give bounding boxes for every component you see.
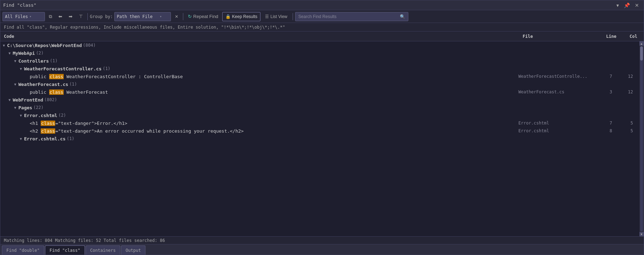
- file-label: WeatherForecast.cs: [18, 82, 68, 87]
- search-input[interactable]: [298, 14, 398, 19]
- search-box[interactable]: 🔍: [295, 12, 408, 21]
- item-count: (1): [103, 66, 110, 71]
- tree-node[interactable]: ▼Controllers (1): [0, 57, 639, 65]
- result-row[interactable]: <h1 class="text-danger">Error.</h1>Error…: [0, 119, 639, 127]
- window-title: Find "class": [3, 2, 36, 8]
- col-file-header: File: [523, 34, 600, 39]
- tab-containers[interactable]: Containers: [86, 245, 120, 255]
- new-window-btn[interactable]: ⧉: [46, 12, 54, 21]
- item-count: (2): [58, 113, 66, 118]
- description-bar: Find all "class", Regular expressions, I…: [0, 23, 644, 31]
- result-line: 7: [596, 121, 616, 126]
- find-results-window: Find "class" ▾ 📌 ✕ All Files ▾ ⧉ ⬅ ➡ ⊤ G…: [0, 0, 644, 255]
- folder-label: MyWebApi: [13, 51, 35, 56]
- result-line: 8: [596, 128, 616, 133]
- expand-icon: ▼: [7, 51, 12, 55]
- results-list[interactable]: ▼C:\Source\Repos\WebFrontEnd (804)▼MyWeb…: [0, 41, 639, 236]
- result-file: WeatherForecast.cs: [518, 89, 596, 94]
- scope-chevron-icon: ▾: [29, 15, 31, 18]
- item-count: (802): [44, 97, 57, 102]
- group-by-value: Path then File: [117, 14, 153, 19]
- expand-all-btn[interactable]: ➡: [66, 12, 75, 21]
- result-file: Error.cshtml: [518, 128, 596, 133]
- list-view-btn[interactable]: ☰ List View: [262, 12, 291, 21]
- tab-find-class[interactable]: Find "class": [45, 245, 85, 255]
- result-col: 12: [616, 74, 635, 79]
- collapse-icon: ⬅: [58, 14, 62, 19]
- result-row[interactable]: public class WeatherForecastController :…: [0, 73, 639, 80]
- item-count: (22): [33, 105, 44, 110]
- description-text: Find all "class", Regular expressions, I…: [4, 25, 285, 30]
- col-col-header: Col: [620, 34, 639, 39]
- vertical-scrollbar[interactable]: ▲ ▼: [639, 41, 644, 236]
- folder-label: Controllers: [18, 58, 49, 64]
- result-col: 5: [616, 121, 635, 126]
- title-bar-controls: ▾ 📌 ✕: [615, 2, 641, 9]
- result-row[interactable]: public class WeatherForecastWeatherForec…: [0, 88, 639, 96]
- status-bar: Matching lines: 804 Matching files: 52 T…: [0, 236, 644, 244]
- item-count: (1): [69, 82, 77, 87]
- tree-node[interactable]: ▼WeatherForecastController.cs (1): [0, 65, 639, 73]
- tab-find-double[interactable]: Find "double": [2, 245, 44, 255]
- keep-results-label: Keep Results: [232, 14, 257, 19]
- list-view-icon: ☰: [265, 14, 269, 19]
- pin-btn[interactable]: 📌: [622, 2, 632, 9]
- tree-node[interactable]: ▼WebFrontEnd (802): [0, 96, 639, 104]
- keep-results-btn[interactable]: 🔒 Keep Results: [222, 12, 260, 21]
- close-btn[interactable]: ✕: [633, 2, 641, 9]
- separator-3: [293, 13, 293, 20]
- folder-label: Pages: [18, 105, 32, 110]
- expand-icon: ▼: [19, 114, 23, 117]
- status-text: Matching lines: 804 Matching files: 52 T…: [4, 238, 165, 243]
- lock-icon: 🔒: [225, 14, 231, 19]
- code-text: public class WeatherForecast: [30, 89, 108, 95]
- expand-icon: ▼: [19, 67, 23, 71]
- scope-label: All Files: [5, 14, 28, 19]
- item-count: (1): [67, 136, 74, 141]
- col-line-header: Line: [600, 34, 620, 39]
- separator-1: [87, 13, 88, 20]
- tree-node[interactable]: ▼C:\Source\Repos\WebFrontEnd (804): [0, 41, 639, 49]
- scope-dropdown[interactable]: All Files ▾: [2, 12, 45, 21]
- toolbar: All Files ▾ ⧉ ⬅ ➡ ⊤ Group by: Path then …: [0, 10, 644, 23]
- scroll-down-arrow[interactable]: ▼: [639, 232, 644, 236]
- item-count: (804): [83, 43, 96, 48]
- separator-2: [183, 13, 183, 20]
- scroll-thumb[interactable]: [640, 46, 643, 60]
- clear-icon: ✕: [175, 14, 178, 19]
- file-label: Error.cshtml: [24, 113, 57, 118]
- group-by-dropdown[interactable]: Path then File ▾: [114, 12, 171, 21]
- expand-icon: ▼: [7, 98, 12, 102]
- expand-icon: ▼: [2, 44, 6, 47]
- tree-node[interactable]: ▼WeatherForecast.cs (1): [0, 80, 639, 88]
- tree-node[interactable]: ▼Pages (22): [0, 104, 639, 111]
- new-window-icon: ⧉: [49, 14, 52, 19]
- file-label: WeatherForecastController.cs: [24, 66, 102, 71]
- scroll-track[interactable]: [640, 46, 643, 231]
- scroll-up-arrow[interactable]: ▲: [639, 41, 644, 46]
- file-label: Error.cshtml.cs: [24, 136, 65, 141]
- result-row[interactable]: <h2 class="text-danger">An error occurre…: [0, 127, 639, 135]
- expand-icon: ▼: [13, 106, 17, 110]
- tab-output[interactable]: Output: [121, 245, 145, 255]
- search-icon: 🔍: [400, 14, 405, 19]
- results-area: ▼C:\Source\Repos\WebFrontEnd (804)▼MyWeb…: [0, 41, 644, 236]
- code-text: <h1 class="text-danger">Error.</h1>: [30, 121, 127, 126]
- group-by-label: Group by:: [90, 14, 113, 19]
- tree-node[interactable]: ▼MyWebApi (2): [0, 49, 639, 57]
- repeat-icon: ↻: [188, 14, 192, 19]
- clear-btn[interactable]: ✕: [172, 12, 181, 21]
- folder-label: WebFrontEnd: [13, 97, 43, 103]
- filter-btn[interactable]: ⊤: [76, 12, 85, 21]
- title-bar: Find "class" ▾ 📌 ✕: [0, 0, 644, 10]
- result-col: 5: [616, 128, 635, 133]
- tree-node[interactable]: ▼Error.cshtml.cs (1): [0, 135, 639, 143]
- repeat-find-btn[interactable]: ↻ Repeat Find: [185, 12, 221, 21]
- tree-node[interactable]: ▼Error.cshtml (2): [0, 111, 639, 119]
- result-file: Error.cshtml: [518, 121, 596, 126]
- collapse-all-btn[interactable]: ⬅: [56, 12, 65, 21]
- result-line: 3: [596, 89, 616, 94]
- dropdown-btn[interactable]: ▾: [615, 2, 621, 9]
- result-col: 12: [616, 89, 635, 94]
- code-text: <h2 class="text-danger">An error occurre…: [30, 128, 244, 134]
